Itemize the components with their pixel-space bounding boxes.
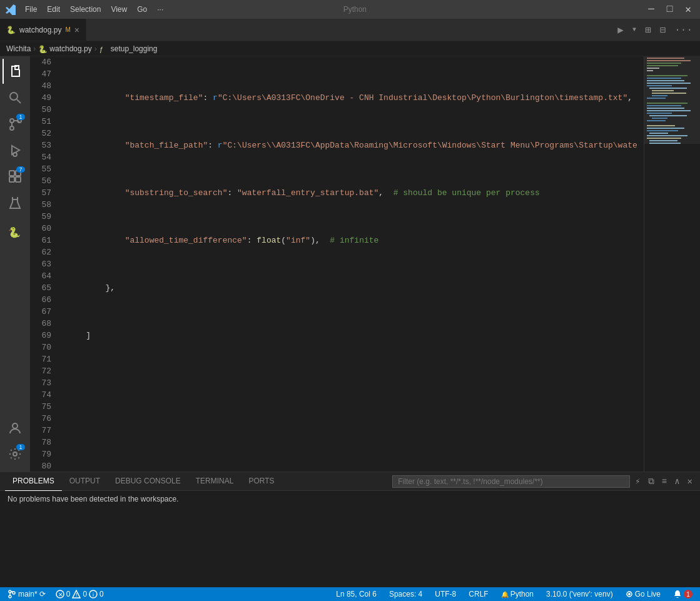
line-num-74: 74 — [30, 389, 56, 401]
menu-view[interactable]: View — [107, 4, 131, 15]
menu-go[interactable]: Go — [133, 4, 151, 15]
line-num-79: 79 — [30, 448, 56, 460]
panel-tab-ports[interactable]: PORTS — [241, 472, 282, 491]
search-input[interactable] — [318, 4, 494, 15]
tab-watchdog[interactable]: 🐍 watchdog.py M × — [0, 19, 86, 41]
filter-input[interactable] — [392, 475, 630, 488]
statusbar-position[interactable]: Ln 85, Col 6 — [333, 590, 379, 598]
line-num-65: 65 — [30, 282, 56, 294]
run-button[interactable]: ▶ — [615, 23, 626, 38]
tab-close-button[interactable]: × — [74, 25, 79, 35]
python-file-icon: 🐍 — [6, 26, 16, 34]
minimap[interactable] — [644, 56, 700, 472]
svg-rect-16 — [9, 177, 14, 182]
vscode-logo — [5, 4, 16, 15]
panel-tab-output[interactable]: OUTPUT — [62, 472, 108, 491]
activitybar-bottom: 1 — [3, 415, 28, 467]
menu-more[interactable]: ··· — [153, 4, 167, 15]
more-actions-button[interactable]: ··· — [672, 23, 695, 37]
code-line-47: "batch_file_path": r"C:\Users\\A0313FC\A… — [66, 139, 644, 151]
line-num-46: 46 — [30, 56, 56, 68]
cursor-position: Ln 85, Col 6 — [336, 590, 377, 598]
panel-tab-terminal[interactable]: TERMINAL — [188, 472, 241, 491]
filter-button[interactable]: ⚡ — [632, 475, 642, 488]
statusbar-line-ending[interactable]: CRLF — [466, 590, 490, 598]
line-ending: CRLF — [469, 590, 488, 598]
svg-text:🐍: 🐍 — [38, 44, 47, 53]
statusbar-python-version[interactable]: 3.10.0 ('venv': venv) — [544, 590, 616, 598]
menu-selection[interactable]: Selection — [66, 4, 104, 15]
code-line-46: "timestamp_file": r"C:\Users\A0313FC\One… — [66, 92, 644, 104]
activity-search[interactable] — [3, 85, 28, 110]
breadcrumb-workspace[interactable]: Wichita — [6, 44, 31, 53]
svg-point-7 — [10, 93, 18, 100]
no-problems-message: No problems have been detected in the wo… — [8, 495, 179, 503]
line-num-61: 61 — [30, 235, 56, 246]
minimize-button[interactable]: ─ — [644, 3, 658, 16]
copy-button[interactable]: ⧉ — [646, 475, 657, 488]
extensions-badge: 7 — [16, 166, 25, 173]
run-dropdown[interactable]: ▼ — [630, 25, 639, 34]
svg-text:🔔: 🔔 — [501, 590, 509, 598]
warning-icon: ! — [72, 590, 81, 598]
statusbar-notifications[interactable]: 1 — [671, 590, 695, 598]
activity-account[interactable] — [3, 415, 28, 440]
activity-settings[interactable]: 1 — [3, 442, 28, 467]
activity-extensions[interactable]: 7 — [3, 164, 28, 189]
statusbar: main* ⟳ ✕ 0 ! 0 i 0 Ln 85, Col 6 Spaces:… — [0, 587, 700, 601]
svg-point-13 — [13, 153, 17, 156]
line-num-56: 56 — [30, 175, 56, 187]
statusbar-errors[interactable]: ✕ 0 ! 0 i 0 — [53, 590, 106, 598]
svg-text:🐍: 🐍 — [8, 226, 21, 238]
close-panel-button[interactable]: ✕ — [685, 475, 695, 488]
panel-tab-debug-console[interactable]: DEBUG CONSOLE — [108, 472, 188, 491]
line-num-67: 67 — [30, 306, 56, 318]
svg-point-9 — [10, 119, 14, 123]
activity-python[interactable]: 🐍 — [3, 219, 28, 244]
menu-edit[interactable]: Edit — [43, 4, 64, 15]
svg-point-21 — [13, 452, 17, 456]
panel: PROBLEMS OUTPUT DEBUG CONSOLE TERMINAL P… — [0, 472, 700, 587]
line-num-68: 68 — [30, 318, 56, 330]
tab-modified-indicator: M — [65, 26, 70, 33]
panel-tab-problems[interactable]: PROBLEMS — [5, 472, 62, 491]
code-line-49: "allowed_time_difference": float("inf"),… — [66, 235, 644, 246]
svg-rect-55 — [644, 56, 700, 144]
code-editor[interactable]: 46 47 48 49 50 51 52 53 54 55 56 57 58 5… — [30, 56, 700, 472]
tabbar: 🐍 watchdog.py M × — [0, 19, 615, 41]
line-num-52: 52 — [30, 128, 56, 139]
menu-file[interactable]: File — [21, 4, 41, 15]
collapse-button[interactable]: ≡ — [659, 475, 669, 488]
close-button[interactable]: ✕ — [681, 2, 695, 17]
statusbar-spaces[interactable]: Spaces: 4 — [387, 590, 425, 598]
activity-files[interactable] — [3, 59, 28, 84]
line-num-47: 47 — [30, 68, 56, 80]
svg-text:!: ! — [76, 592, 78, 598]
activity-run-debug[interactable] — [3, 138, 28, 163]
code-line-53 — [66, 425, 644, 437]
statusbar-right: Ln 85, Col 6 Spaces: 4 UTF-8 CRLF 🔔 Pyth… — [333, 590, 695, 598]
breadcrumb-function[interactable]: setup_logging — [111, 44, 158, 53]
line-num-55: 55 — [30, 163, 56, 175]
layout-button[interactable]: ⊟ — [657, 23, 669, 38]
split-editor-button[interactable]: ⊞ — [642, 23, 654, 38]
svg-line-8 — [17, 99, 21, 103]
titlebar-left: File Edit Selection View Go ··· — [5, 4, 167, 15]
titlebar: File Edit Selection View Go ··· ─ □ ✕ — [0, 0, 700, 19]
notifications-badge: 1 — [16, 444, 25, 450]
line-num-77: 77 — [30, 425, 56, 437]
maximize-button[interactable]: □ — [663, 3, 677, 16]
error-icon: ✕ — [56, 590, 64, 598]
svg-rect-4 — [11, 76, 20, 77]
activity-source-control[interactable]: 1 — [3, 111, 28, 136]
breadcrumb-file[interactable]: watchdog.py — [49, 44, 91, 53]
statusbar-language[interactable]: 🔔 Python — [499, 590, 536, 598]
statusbar-go-live[interactable]: Go Live — [623, 590, 663, 598]
statusbar-branch[interactable]: main* ⟳ — [5, 590, 48, 598]
svg-rect-5 — [19, 69, 20, 77]
code-content[interactable]: "timestamp_file": r"C:\Users\A0313FC\One… — [61, 56, 644, 472]
function-icon: ƒ — [99, 44, 108, 53]
statusbar-encoding[interactable]: UTF-8 — [432, 590, 459, 598]
maximize-panel-button[interactable]: ∧ — [672, 475, 682, 488]
activity-testing[interactable] — [3, 190, 28, 215]
